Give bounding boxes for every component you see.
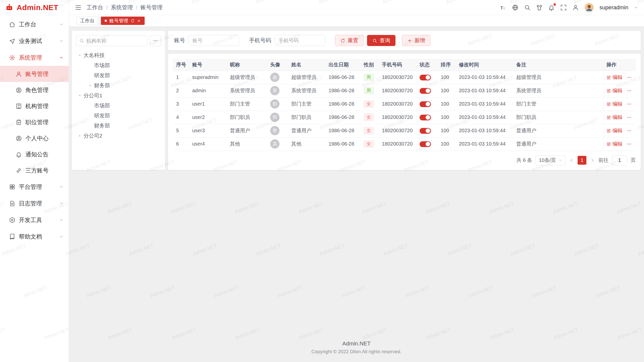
edit-button[interactable]: 编辑 xyxy=(607,87,623,94)
cell-remark: 部门主管 xyxy=(513,97,603,111)
more-actions-icon[interactable] xyxy=(627,115,632,120)
sidebar-item-position[interactable]: 职位管理 xyxy=(0,114,69,130)
logo[interactable]: Admin.NET xyxy=(0,0,69,15)
edit-button[interactable]: 编辑 xyxy=(607,101,623,107)
edit-button[interactable]: 编辑 xyxy=(607,127,623,134)
cell-nickname: 超级管理员 xyxy=(227,71,267,84)
cell-nickname: 部门职员 xyxy=(227,111,267,124)
sidebar-item-workbench[interactable]: 工作台 xyxy=(0,16,69,33)
fullscreen-icon[interactable] xyxy=(560,4,567,11)
tree-node[interactable]: 财务部 xyxy=(76,121,161,131)
tree-node[interactable]: 研发部 xyxy=(76,111,161,121)
tree-more-button[interactable] xyxy=(150,35,161,46)
more-actions-icon[interactable] xyxy=(627,75,632,80)
more-actions-icon[interactable] xyxy=(627,88,632,93)
tree-node[interactable]: 财务部 xyxy=(76,80,161,90)
account-input[interactable] xyxy=(189,35,239,46)
edit-button[interactable]: 编辑 xyxy=(607,74,623,81)
chevron-down-icon[interactable] xyxy=(634,6,638,10)
cell-status xyxy=(417,111,438,124)
tree-node[interactable]: 市场部 xyxy=(76,101,161,111)
sidebar-item-label: 系统管理 xyxy=(19,54,56,62)
sidebar-item-label: 机构管理 xyxy=(25,102,64,110)
goto-page-input[interactable] xyxy=(612,155,627,165)
edit-button[interactable]: 编辑 xyxy=(607,114,623,121)
edit-button[interactable]: 编辑 xyxy=(607,141,623,147)
tree-node[interactable]: 分公司2 xyxy=(76,131,161,141)
breadcrumb-item[interactable]: 账号管理 xyxy=(140,4,163,11)
page-number-1[interactable]: 1 xyxy=(578,156,586,165)
next-page-icon[interactable] xyxy=(590,158,595,163)
theme-icon[interactable] xyxy=(536,4,543,11)
status-toggle[interactable] xyxy=(420,75,431,80)
tree-node[interactable]: 分公司1 xyxy=(76,90,161,101)
sidebar-item-business-test[interactable]: 业务测试 xyxy=(0,33,69,49)
sidebar-item-third-party[interactable]: 三方账号 xyxy=(0,162,69,178)
prev-page-icon[interactable] xyxy=(569,158,574,163)
reset-button[interactable]: 重置 xyxy=(335,35,364,46)
org-search-box xyxy=(76,35,147,46)
add-button[interactable]: 新增 xyxy=(402,35,430,46)
sidebar-item-personal-center[interactable]: 个人中心 xyxy=(0,130,69,146)
sidebar-item-help-docs[interactable]: 帮助文档 xyxy=(0,228,69,245)
cell-sort: 100 xyxy=(438,97,456,111)
tab-account[interactable]: 账号管理 xyxy=(101,17,145,25)
status-toggle[interactable] xyxy=(420,128,431,134)
status-toggle[interactable] xyxy=(420,101,431,107)
table-row: 4user2部门职员部部门职员1986-06-28女18020030720100… xyxy=(173,111,636,124)
search-button[interactable]: 查询 xyxy=(367,35,395,46)
cell-index: 6 xyxy=(173,137,189,151)
cell-index: 5 xyxy=(173,124,189,137)
sidebar-item-label: 帮助文档 xyxy=(19,233,56,241)
username[interactable]: superadmin xyxy=(599,4,628,11)
cell-status xyxy=(417,97,438,111)
cell-name: 普通用户 xyxy=(288,124,326,137)
gender-badge: 男 xyxy=(364,74,374,81)
more-actions-icon[interactable] xyxy=(627,142,632,147)
profile-icon[interactable] xyxy=(572,4,579,11)
sidebar-item-platform[interactable]: 平台管理 xyxy=(0,178,69,195)
status-toggle[interactable] xyxy=(420,88,431,94)
notification-bell-icon[interactable] xyxy=(548,4,555,11)
column-header: 序号 xyxy=(173,59,189,71)
phone-input[interactable] xyxy=(275,35,325,46)
org-search-input[interactable] xyxy=(86,38,144,44)
sidebar-item-organization[interactable]: 机构管理 xyxy=(0,98,69,114)
more-actions-icon[interactable] xyxy=(627,102,632,107)
sidebar-item-dev-tools[interactable]: 开发工具 xyxy=(0,212,69,228)
breadcrumb-item[interactable]: 系统管理 xyxy=(111,4,133,11)
tree-node-label: 分公司2 xyxy=(84,132,102,139)
status-toggle[interactable] xyxy=(420,115,431,120)
page-size-select[interactable]: 10条/页 xyxy=(536,155,566,165)
sidebar-item-system-management[interactable]: 系统管理 xyxy=(0,49,69,66)
tab-workbench[interactable]: 工作台 xyxy=(76,17,98,25)
cell-account: admin xyxy=(189,84,227,97)
font-size-icon[interactable]: Tt xyxy=(500,4,506,11)
sidebar-item-label: 日志管理 xyxy=(19,200,56,207)
sidebar-item-notice[interactable]: 通知公告 xyxy=(0,146,69,162)
cell-operations: 编辑 xyxy=(603,84,636,97)
language-icon[interactable] xyxy=(512,4,518,11)
account-label: 账号 xyxy=(174,37,185,44)
tree-node[interactable]: 大名科技 xyxy=(76,50,161,60)
home-icon xyxy=(9,21,15,28)
search-icon[interactable] xyxy=(524,4,531,11)
sidebar-item-label: 平台管理 xyxy=(19,183,56,191)
tree-node[interactable]: 研发部 xyxy=(76,70,161,80)
more-actions-icon[interactable] xyxy=(627,128,632,133)
column-header: 性别 xyxy=(361,59,379,71)
status-toggle[interactable] xyxy=(420,141,431,147)
operations: 编辑 xyxy=(607,114,633,121)
cell-sort: 100 xyxy=(438,71,456,84)
avatar[interactable] xyxy=(584,3,594,12)
sidebar-item-log[interactable]: 日志管理 xyxy=(0,195,69,212)
gear-icon xyxy=(9,55,15,61)
column-header: 账号 xyxy=(189,59,227,71)
breadcrumb-item[interactable]: 工作台 xyxy=(87,4,103,11)
menu-collapse-icon[interactable] xyxy=(75,4,82,11)
cell-index: 1 xyxy=(173,71,189,84)
cell-avatar: 超 xyxy=(267,71,288,84)
sidebar-item-role[interactable]: 角色管理 xyxy=(0,82,69,98)
sidebar-item-account[interactable]: 账号管理 xyxy=(0,66,69,82)
tree-node[interactable]: 市场部 xyxy=(76,60,161,70)
